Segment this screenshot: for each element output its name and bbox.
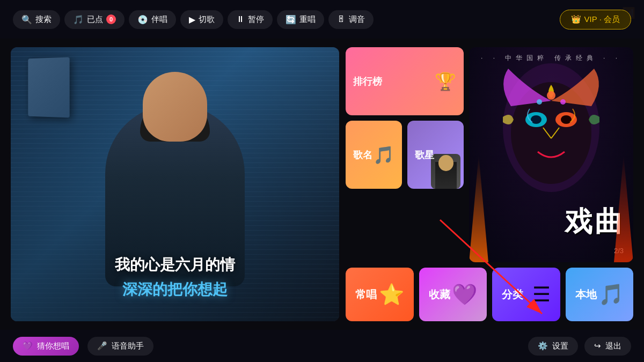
local-icon: 🎵	[598, 283, 624, 306]
duet-button[interactable]: 💿 伴唱	[129, 10, 176, 29]
local-label: 本地	[575, 287, 597, 302]
category-grid: 排行榜 🏆 歌名 🎵 歌星	[346, 47, 464, 262]
duet-icon: 💿	[137, 14, 148, 25]
search-button[interactable]: 🔍 搜索	[13, 10, 60, 29]
bottom-cards-row: 常唱 ⭐ 收藏 💜 分类 ☰ 本地 🎵	[346, 268, 633, 321]
voice-assistant-button[interactable]: 🎤 语音助手	[87, 337, 153, 356]
vip-label: VIP · 会员	[584, 14, 620, 25]
featured-title: 戏曲	[565, 203, 625, 241]
svg-point-9	[537, 99, 542, 105]
singers-label: 歌星	[415, 149, 434, 161]
queue-label: 已点	[87, 14, 103, 25]
svg-point-10	[560, 99, 566, 105]
songs-card[interactable]: 歌名 🎵	[346, 121, 402, 189]
settings-icon: ⚙️	[538, 341, 548, 351]
replay-button[interactable]: 🔄 重唱	[277, 10, 324, 29]
search-icon: 🔍	[21, 14, 32, 25]
skip-icon: ▶	[189, 14, 195, 25]
main-content: 我的心是六月的情 深深的把你想起 排行榜 🏆 歌名 🎵	[0, 39, 644, 330]
skip-button[interactable]: ▶ 切歌	[180, 10, 223, 29]
collect-label: 收藏	[429, 287, 450, 302]
settings-button[interactable]: ⚙️ 设置	[528, 337, 578, 356]
right-top-row: 排行榜 🏆 歌名 🎵 歌星	[346, 47, 633, 262]
video-background: 我的心是六月的情 深深的把你想起	[11, 47, 339, 321]
featured-subtitle: · · 中华国粹 传承经典 · ·	[469, 54, 633, 63]
statusbar: 💜 猜你想唱 🎤 语音助手 ⚙️ 设置 ↪ 退出	[0, 330, 644, 362]
featured-card[interactable]: · · 中华国粹 传承经典 · · 戏曲 2/3	[469, 47, 633, 262]
ranking-label: 排行榜	[353, 75, 382, 88]
voice-icon: 🎤	[97, 341, 107, 351]
replay-icon: 🔄	[286, 14, 296, 25]
queue-icon: 🎵	[73, 14, 84, 25]
logout-icon: ↪	[594, 341, 601, 351]
frequent-label: 常唱	[355, 287, 377, 302]
tune-button[interactable]: 🎚 调音	[328, 10, 374, 29]
songs-icon: 🎵	[373, 145, 394, 165]
collect-card[interactable]: 收藏 💜	[419, 268, 487, 321]
voice-label: 语音助手	[112, 341, 144, 351]
pause-button[interactable]: ⏸ 暂停	[228, 10, 273, 29]
svg-point-8	[547, 91, 555, 100]
guess-button[interactable]: 💜 猜你想唱	[13, 337, 79, 356]
guess-label: 猜你想唱	[37, 341, 69, 351]
topbar: 🔍 搜索 🎵 已点 0 💿 伴唱 ▶ 切歌 ⏸ 暂停 🔄 重唱 🎚 调音 👑 V…	[0, 0, 644, 39]
opera-mask-decoration	[497, 58, 605, 208]
category-label: 分类	[502, 287, 523, 302]
lyric-line-1: 我的心是六月的情	[11, 255, 339, 275]
lyric-line-2: 深深的把你想起	[11, 279, 339, 300]
crown-icon: 👑	[571, 14, 581, 24]
svg-point-5	[561, 115, 572, 124]
queue-button[interactable]: 🎵 已点 0	[64, 10, 125, 29]
right-panels: 排行榜 🏆 歌名 🎵 歌星	[346, 47, 633, 321]
local-card[interactable]: 本地 🎵	[566, 268, 634, 321]
singer-photo	[431, 154, 460, 189]
figure-head	[143, 72, 207, 142]
singer-head	[438, 155, 453, 171]
category-card[interactable]: 分类 ☰	[492, 268, 560, 321]
vip-button[interactable]: 👑 VIP · 会员	[560, 10, 631, 29]
lyrics-area: 我的心是六月的情 深深的把你想起	[11, 255, 339, 300]
collect-icon: 💜	[452, 283, 477, 306]
tune-icon: 🎚	[337, 14, 346, 24]
svg-point-4	[531, 115, 541, 124]
logout-button[interactable]: ↪ 退出	[584, 337, 631, 356]
search-label: 搜索	[35, 14, 52, 25]
singers-card[interactable]: 歌星	[407, 121, 464, 189]
pause-icon: ⏸	[236, 14, 245, 24]
ranking-card[interactable]: 排行榜 🏆	[346, 47, 464, 115]
settings-label: 设置	[552, 341, 568, 351]
skip-label: 切歌	[199, 14, 215, 25]
video-panel[interactable]: 我的心是六月的情 深深的把你想起	[11, 47, 339, 321]
duet-label: 伴唱	[151, 14, 167, 25]
songs-label: 歌名	[353, 149, 372, 161]
tune-label: 调音	[349, 14, 365, 25]
queue-badge: 0	[106, 14, 116, 24]
logout-label: 退出	[605, 341, 621, 351]
category-icon: ☰	[532, 283, 551, 306]
frequent-card[interactable]: 常唱 ⭐	[346, 268, 414, 321]
pause-label: 暂停	[248, 14, 264, 25]
replay-label: 重唱	[299, 14, 316, 25]
heart-icon: 💜	[23, 341, 33, 351]
frequent-icon: ⭐	[379, 283, 404, 306]
statusbar-right: ⚙️ 设置 ↪ 退出	[528, 337, 631, 356]
ranking-icon: 🏆	[435, 71, 456, 92]
